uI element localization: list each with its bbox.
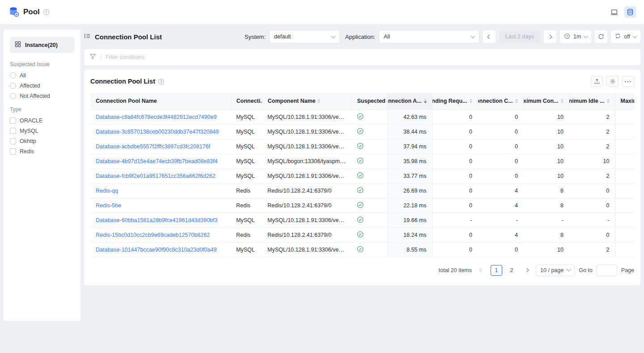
cell-min_idle: 2 <box>569 139 615 154</box>
checkbox-option-okhttp[interactable]: Okhttp <box>10 138 74 144</box>
pool-name-link[interactable]: Database-60bba1581a28b9fce41961d43d390bf… <box>96 217 217 223</box>
pool-name-link[interactable]: Database-c8a84fc678ecde3f4482912ecd7490e… <box>96 114 216 120</box>
cell-avg: 19.66 ms <box>387 213 432 227</box>
cell-max_conn: 10 <box>523 139 569 154</box>
cell-max_extra <box>615 168 634 183</box>
table-row: Database-4b97d15e4ae74ecb39fb7bead08e83f… <box>90 154 634 168</box>
column-header-1[interactable]: Connecti... <box>231 93 262 109</box>
page-button-1[interactable]: 1 <box>491 265 502 276</box>
database-tool-icon[interactable] <box>624 6 636 18</box>
pool-name-link[interactable]: Database-101447bccae90f90c8c310a23d0f0a4… <box>96 247 216 253</box>
prev-page-button[interactable] <box>476 265 487 276</box>
filter-input[interactable] <box>106 54 635 60</box>
check-circle-icon <box>357 231 364 238</box>
cell-suspected <box>352 124 387 139</box>
system-select[interactable]: default <box>269 30 340 43</box>
time-range-button[interactable]: Last 2 days <box>499 30 540 43</box>
column-header-4[interactable]: Connection A... <box>387 93 432 109</box>
column-header-2[interactable]: Component Name <box>262 93 352 109</box>
column-label: Maximum Con... <box>523 98 559 104</box>
cell-conn: 0 <box>478 109 523 124</box>
radio-option-all[interactable]: All <box>10 72 74 79</box>
cell-min_idle: 10 <box>569 154 615 168</box>
column-header-6[interactable]: Connection C... <box>478 93 523 109</box>
checkbox-icon <box>10 118 16 124</box>
pool-name-link[interactable]: Database-3c8570138ceb00230ddb37e47f32084… <box>96 129 219 135</box>
cell-component: MySQL/10.128.1.91:3306/venus_conf <box>262 242 352 257</box>
table-row: Database-acbdbe5557f2fffc3897cd3fc208176… <box>90 139 634 154</box>
checkbox-label: MySQL <box>20 128 38 134</box>
table-row: Database-60bba1581a28b9fce41961d43d390bf… <box>90 213 634 227</box>
pool-name-link[interactable]: Redis-5be <box>96 202 121 209</box>
checkbox-option-oracle[interactable]: ORACLE <box>10 118 74 124</box>
collapse-sidebar-icon[interactable] <box>84 33 91 41</box>
time-prev-button[interactable] <box>483 30 496 43</box>
page-button-2[interactable]: 2 <box>506 265 517 276</box>
cell-type: MySQL <box>231 109 262 124</box>
laptop-icon[interactable] <box>608 6 620 18</box>
more-button[interactable] <box>622 76 634 87</box>
pool-name-link[interactable]: Database-acbdbe5557f2fffc3897cd3fc208176… <box>96 143 210 150</box>
pool-name-link[interactable]: Database-4b97d15e4ae74ecb39fb7bead08e83f… <box>96 158 217 164</box>
radio-option-affected[interactable]: Affected <box>10 83 74 89</box>
cell-name: Database-60bba1581a28b9fce41961d43d390bf… <box>90 213 231 227</box>
chevron-left-icon <box>479 268 483 273</box>
cell-name: Database-4b97d15e4ae74ecb39fb7bead08e83f… <box>90 154 231 168</box>
cell-conn: 0 <box>478 168 523 183</box>
cell-avg: 33.77 ms <box>387 168 432 183</box>
page-layout: Instance(20) Suspected Issue All Affecte… <box>0 24 644 321</box>
cell-pending: 0 <box>432 109 478 124</box>
interval-value: 1m <box>573 34 581 40</box>
cell-max_extra <box>615 242 634 257</box>
application-select[interactable]: All <box>379 30 479 43</box>
column-header-5[interactable]: Pending Requ... <box>432 93 478 109</box>
check-circle-icon <box>357 216 364 223</box>
cell-pending: 0 <box>432 242 478 257</box>
auto-refresh-value: off <box>624 34 630 40</box>
time-next-button[interactable] <box>544 30 556 43</box>
radio-option-not-affected[interactable]: Not Affected <box>10 93 74 99</box>
table-row: Database-fcb9f2e01a9517651cc356a662f6d26… <box>90 168 634 183</box>
column-header-7[interactable]: Maximum Con... <box>523 93 569 109</box>
cell-max_conn: 8 <box>523 183 569 198</box>
divider <box>101 54 101 61</box>
next-page-button[interactable] <box>521 265 532 276</box>
page-size-select[interactable]: 10 / page <box>536 265 575 276</box>
pool-name-link[interactable]: Redis-15bc0d10cc2cb9e69cadeb12570b8262 <box>96 232 210 238</box>
cell-name: Database-c8a84fc678ecde3f4482912ecd7490e… <box>90 109 231 124</box>
checkbox-option-mysql[interactable]: MySQL <box>10 128 74 134</box>
cell-avg: 37.94 ms <box>387 139 432 154</box>
goto-page-input[interactable] <box>597 265 617 276</box>
cell-avg: 18.24 ms <box>387 227 432 242</box>
column-header-0: Connection Pool Name <box>90 93 231 109</box>
cell-pending: 0 <box>432 198 478 213</box>
cell-max_conn: 10 <box>523 154 569 168</box>
cell-pending: - <box>432 213 478 227</box>
sidebar-item-instance[interactable]: Instance(20) <box>10 37 74 53</box>
pool-name-link[interactable]: Redis-qq <box>96 188 118 194</box>
check-circle-icon <box>357 187 364 193</box>
page-title-group: Connection Pool List <box>84 33 162 41</box>
table-row: Redis-qqRedisRedis/10.128.2.41:6379/026.… <box>90 183 634 198</box>
column-header-8[interactable]: Minimum Idle ... <box>569 93 615 109</box>
pool-name-link[interactable]: Database-fcb9f2e01a9517651cc356a662f6d26… <box>96 173 216 179</box>
refresh-button[interactable] <box>595 30 607 43</box>
auto-refresh-select[interactable]: off <box>611 30 640 43</box>
column-label: Connecti... <box>237 98 263 104</box>
sort-caret-icon <box>561 99 564 103</box>
radio-label: Affected <box>20 83 40 89</box>
connection-pool-table: Connection Pool NameConnecti...Component… <box>90 93 634 257</box>
cell-type: MySQL <box>231 139 262 154</box>
interval-select[interactable]: 1m <box>560 30 591 43</box>
cell-min_idle: 0 <box>569 198 615 213</box>
cell-conn: 4 <box>478 198 523 213</box>
cell-suspected <box>352 242 387 257</box>
instance-label: Instance(20) <box>25 42 58 48</box>
cell-component: Redis/10.128.2.41:6379/0 <box>262 183 352 198</box>
settings-button[interactable] <box>606 76 619 87</box>
checkbox-option-redis[interactable]: Redis <box>10 148 74 155</box>
export-button[interactable] <box>591 76 603 87</box>
cell-conn: 0 <box>478 139 523 154</box>
cell-name: Redis-15bc0d10cc2cb9e69cadeb12570b8262 <box>90 227 231 242</box>
brand: Pool <box>8 6 49 19</box>
